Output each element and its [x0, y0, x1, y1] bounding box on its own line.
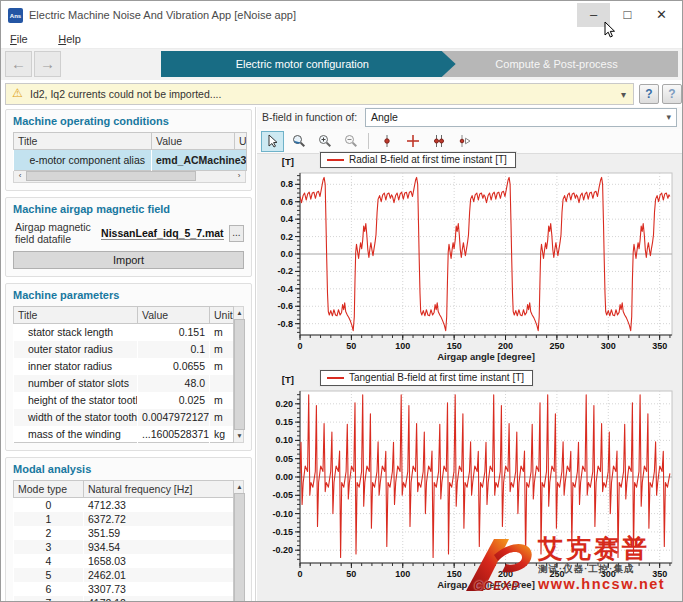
section-title: Machine airgap magnetic field — [13, 203, 244, 215]
scroll-down-icon[interactable]: ▼ — [234, 430, 245, 442]
plot-panel: B-field in function of: Angle ▾ — [257, 107, 682, 601]
table-row[interactable]: 04712.33 — [14, 498, 234, 513]
warning-row: ⚠ Id2, Iq2 currents could not be importe… — [1, 83, 682, 106]
bfield-control-row: B-field in function of: Angle ▾ — [257, 107, 682, 129]
scrollbar-thumb[interactable] — [234, 493, 245, 601]
svg-text:250: 250 — [549, 341, 564, 351]
radial-bfield-chart: Radial B-field at first time instant [T]… — [258, 149, 681, 365]
table-row[interactable]: 52462.01 — [14, 568, 234, 582]
nav-bar: ← → Compute & Post-process Electric moto… — [1, 49, 682, 80]
table-row[interactable]: number of stator slots48.0 — [14, 375, 234, 392]
cursor-icon — [266, 134, 280, 148]
table-cell: 5 — [14, 568, 84, 582]
table-cell: 0.1 — [138, 341, 210, 358]
table-cell: inner stator radius — [14, 358, 138, 375]
column-header[interactable]: Value — [138, 307, 210, 324]
vertical-scrollbar[interactable]: ▲ ▼ — [234, 306, 244, 443]
warning-text: Id2, Iq2 currents could not be imported.… — [30, 84, 221, 105]
table-row[interactable]: 63307.73 — [14, 582, 234, 596]
table-cell: 0.025 — [138, 392, 210, 409]
svg-text:Airgap angle [degree]: Airgap angle [degree] — [437, 351, 535, 362]
step-tabs: Compute & Post-process Electric motor co… — [161, 51, 678, 77]
help-button[interactable]: ? — [639, 84, 659, 104]
table-cell: 7 — [14, 596, 84, 601]
table-cell: 4172.12 — [84, 596, 234, 601]
vertical-scrollbar[interactable]: ▲ ▼ — [234, 480, 244, 601]
bfield-function-label: B-field in function of: — [262, 107, 357, 128]
table-cell: mass of the winding — [14, 426, 138, 443]
browse-button[interactable]: ... — [229, 225, 244, 242]
warning-banner[interactable]: ⚠ Id2, Iq2 currents could not be importe… — [5, 83, 634, 105]
table-row[interactable]: mass of the winding...1600528371386kg — [14, 426, 234, 443]
close-button[interactable]: ✕ — [645, 3, 678, 27]
bfield-function-select[interactable]: Angle ▾ — [365, 108, 677, 127]
table-cell: 1658.03 — [84, 554, 234, 568]
nav-back-button[interactable]: ← — [5, 51, 32, 77]
svg-text:50: 50 — [346, 569, 356, 579]
svg-text:150: 150 — [447, 341, 462, 351]
section-operating-conditions: Machine operating conditions Title Value… — [5, 109, 252, 191]
table-cell: m — [210, 409, 234, 426]
table-row[interactable]: outer stator radius0.1m — [14, 341, 234, 358]
table-row[interactable]: 16372.72 — [14, 512, 234, 526]
import-button[interactable]: Import — [13, 251, 244, 269]
datafile-field[interactable]: NissanLeaf_idq_5_7.mat — [101, 227, 224, 240]
radial-chart-legend: Radial B-field at first time instant [T] — [320, 152, 516, 168]
table-row[interactable]: 3934.54 — [14, 540, 234, 554]
tab-electric-motor-configuration[interactable]: Electric motor configuration — [161, 51, 456, 77]
svg-text:-0.05: -0.05 — [272, 490, 293, 500]
marker-next-icon — [458, 134, 472, 148]
scroll-up-icon[interactable]: ▲ — [234, 307, 245, 319]
svg-text:300: 300 — [601, 341, 616, 351]
table-row[interactable]: 2351.59 — [14, 526, 234, 540]
menu-help[interactable]: Help — [49, 30, 90, 49]
table-cell: 934.54 — [84, 540, 234, 554]
scroll-right-icon[interactable]: › — [233, 171, 245, 181]
zoom-in-icon — [318, 134, 332, 148]
table-row[interactable]: stator stack length0.151m — [14, 324, 234, 341]
table-row[interactable]: height of the stator tooth0.025m — [14, 392, 234, 409]
tab-compute-postprocess[interactable]: Compute & Post-process — [435, 51, 678, 77]
legend-line-sample — [327, 159, 344, 161]
bfield-selected-value: Angle — [371, 111, 398, 123]
table-cell — [210, 375, 234, 392]
marker-pair-icon — [432, 134, 446, 148]
col-header-value[interactable]: Value — [152, 133, 235, 150]
table-cell: 6 — [14, 582, 84, 596]
scrollbar-thumb[interactable] — [234, 319, 245, 430]
column-header[interactable]: Unit — [210, 307, 234, 324]
svg-text:250: 250 — [549, 569, 564, 579]
column-header[interactable]: Title — [14, 307, 138, 324]
svg-text:-0.8: -0.8 — [277, 319, 293, 329]
section-machine-parameters: Machine parameters TitleValueUnitstator … — [5, 283, 252, 451]
section-airgap-field: Machine airgap magnetic field Airgap mag… — [5, 197, 252, 277]
table-row[interactable]: inner stator radius0.0655m — [14, 358, 234, 375]
menu-file[interactable]: File — [1, 30, 37, 49]
table-row[interactable]: 41658.03 — [14, 554, 234, 568]
section-title: Machine operating conditions — [13, 115, 244, 127]
table-row[interactable]: e-motor component alias emd_ACMachine3Te… — [14, 150, 247, 171]
table-cell: outer stator radius — [14, 341, 138, 358]
horizontal-scrollbar[interactable]: ‹ › — [13, 171, 246, 183]
scroll-left-icon[interactable]: ‹ — [14, 171, 26, 181]
scrollbar-thumb[interactable] — [26, 171, 196, 181]
column-header[interactable]: Mode type — [14, 481, 84, 498]
menu-help-rest: elp — [66, 33, 81, 45]
legend-label: Radial B-field at first time instant [T] — [349, 154, 507, 165]
toolbar-separator — [368, 133, 369, 149]
svg-text:0.20: 0.20 — [275, 399, 293, 409]
datafile-label: Airgap magnetic field datafile — [15, 221, 97, 245]
tangential-bfield-plot[interactable]: 050100150200250300350-0.20-0.15-0.10-0.0… — [258, 367, 682, 593]
column-header[interactable]: Natural frequency [Hz] — [84, 481, 234, 498]
nav-forward-button[interactable]: → — [34, 51, 61, 77]
col-header-title[interactable]: Title — [14, 133, 152, 150]
table-cell: width of the stator tooth — [14, 409, 138, 426]
table-row[interactable]: 74172.12 — [14, 596, 234, 601]
scroll-up-icon[interactable]: ▲ — [234, 481, 245, 493]
help-about-button[interactable]: ? — [662, 84, 682, 104]
warning-dropdown-chevron-icon[interactable]: ▾ — [621, 84, 626, 105]
col-header-unit[interactable]: Unit — [235, 133, 247, 150]
table-row[interactable]: width of the stator tooth0.0047972127m — [14, 409, 234, 426]
legend-label: Tangential B-field at first time instant… — [349, 372, 524, 383]
radial-bfield-plot[interactable]: 050100150200250300350-0.8-0.6-0.4-0.20.0… — [258, 149, 682, 365]
